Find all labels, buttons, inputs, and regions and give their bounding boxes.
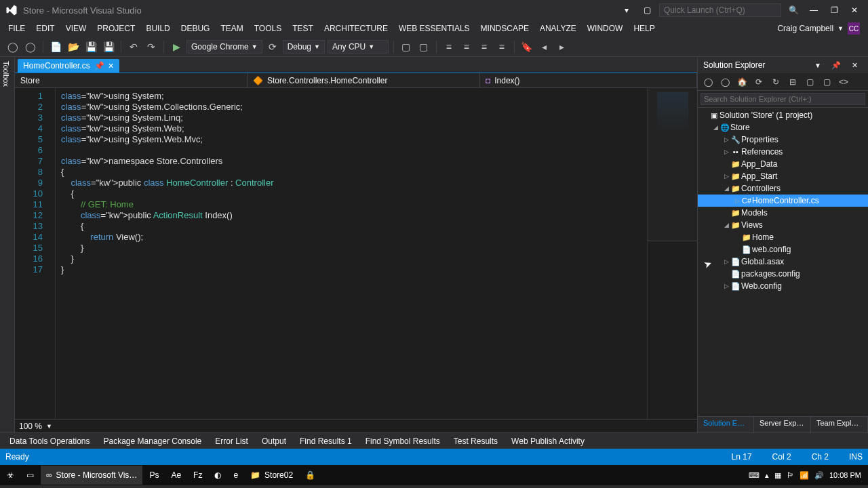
bottom-tab-test-results[interactable]: Test Results [447, 434, 505, 448]
platform-combo[interactable]: Any CPU▼ [328, 40, 389, 54]
system-tray[interactable]: ⌨ ▴ ▦ 🏳 📶 🔊 10:08 PM [749, 471, 867, 480]
tb-icon-2[interactable]: ▢ [416, 39, 431, 54]
menu-architecture[interactable]: ARCHITECTURE [319, 21, 393, 36]
menu-window[interactable]: WINDOW [582, 21, 629, 36]
config-combo[interactable]: Debug▼ [283, 40, 325, 54]
menu-help[interactable]: HELP [628, 21, 660, 36]
close-tab-icon[interactable]: ✕ [108, 62, 114, 70]
tray-up-icon[interactable]: ▴ [765, 471, 769, 480]
nav-fwd-button[interactable]: ◯ [23, 39, 38, 54]
tree-models[interactable]: 📁Models [698, 207, 868, 219]
menu-test[interactable]: TEST [287, 21, 319, 36]
panel-pin-icon[interactable]: 📌 [828, 58, 844, 72]
tree-web-config[interactable]: ▷📄Web.config [698, 280, 868, 292]
tree-solution-store-1-project-[interactable]: ▣Solution 'Store' (1 project) [698, 109, 868, 121]
collapse-icon[interactable]: ⊟ [785, 75, 800, 89]
menu-edit[interactable]: EDIT [31, 21, 60, 36]
notification-icon[interactable]: ▾ [618, 3, 635, 17]
menu-view[interactable]: VIEW [60, 21, 92, 36]
tree-homecontroller-cs[interactable]: ▷C#HomeController.cs [698, 195, 868, 207]
bottom-tab-web-publish-activity[interactable]: Web Publish Activity [505, 434, 591, 448]
nav-member-combo[interactable]: ◘Index() [480, 73, 697, 87]
tree-app_data[interactable]: 📁App_Data [698, 158, 868, 170]
tab-homecontroller[interactable]: HomeController.cs 📌 ✕ [18, 59, 119, 73]
tree-home[interactable]: 📁Home [698, 231, 868, 243]
start-button[interactable]: ▶ [169, 39, 184, 54]
outdent-button[interactable]: ≡ [441, 39, 456, 54]
sync-icon[interactable]: ⟳ [751, 75, 766, 89]
panel-tab-0[interactable]: Solution Ex… [698, 417, 754, 432]
menu-tools[interactable]: TOOLS [249, 21, 287, 36]
uncomment-button[interactable]: ≡ [494, 39, 509, 54]
save-button[interactable]: 💾 [83, 39, 98, 54]
tree-store[interactable]: ◢🌐Store [698, 121, 868, 134]
quick-launch-input[interactable] [659, 3, 781, 17]
menu-project[interactable]: PROJECT [92, 21, 140, 36]
menu-debug[interactable]: DEBUG [176, 21, 216, 36]
save-all-button[interactable]: 💾 [101, 39, 116, 54]
task-ae[interactable]: Ae [165, 466, 186, 485]
nav-class-combo[interactable]: 🔶Store.Controllers.HomeController [248, 73, 480, 87]
tree-properties[interactable]: ▷🔧Properties [698, 134, 868, 146]
undo-button[interactable]: ↶ [126, 39, 141, 54]
bottom-tab-error-list[interactable]: Error List [208, 434, 255, 448]
bottom-tab-package-manager-console[interactable]: Package Manager Console [97, 434, 209, 448]
task--[interactable]: 🔒 [300, 466, 321, 485]
tree-app_start[interactable]: ▷📁App_Start [698, 170, 868, 182]
toolbox-strip[interactable]: Toolbox [0, 57, 15, 432]
panel-tab-2[interactable]: Team Explo… [811, 417, 868, 432]
task--[interactable]: ◐ [209, 466, 226, 485]
menu-web essentials[interactable]: WEB ESSENTIALS [393, 21, 475, 36]
menu-build[interactable]: BUILD [140, 21, 175, 36]
task--[interactable]: ☣ [1, 466, 20, 485]
tree-views[interactable]: ◢📁Views [698, 219, 868, 231]
panel-menu-icon[interactable]: ▼ [810, 58, 826, 72]
prev-bookmark-button[interactable]: ◂ [537, 39, 552, 54]
tree-references[interactable]: ▷▪▪References [698, 146, 868, 158]
refresh-icon[interactable]: ↻ [768, 75, 783, 89]
bookmark-button[interactable]: 🔖 [519, 39, 534, 54]
home-icon[interactable]: 🏠 [734, 75, 749, 89]
next-bookmark-button[interactable]: ▸ [555, 39, 570, 54]
account-menu[interactable]: Craig Campbell ▼ CC [772, 20, 865, 37]
task-fz[interactable]: Fz [188, 466, 208, 485]
code-editor[interactable]: class="kw">using System;class="kw">using… [56, 88, 647, 419]
refresh-button[interactable]: ⟳ [265, 39, 280, 54]
nav-project-combo[interactable]: Store [15, 73, 248, 87]
zoom-combo[interactable]: 100 %▼ [15, 419, 697, 432]
feedback-icon[interactable]: ▢ [639, 3, 655, 17]
tree-web-config[interactable]: 📄web.config [698, 243, 868, 256]
task--[interactable]: ▭ [21, 466, 39, 485]
bottom-tab-output[interactable]: Output [255, 434, 293, 448]
search-icon[interactable]: 🔍 [785, 3, 802, 17]
bottom-tab-find-results-1[interactable]: Find Results 1 [293, 434, 359, 448]
pin-icon[interactable]: 📌 [94, 61, 104, 70]
minimize-button[interactable]: — [806, 3, 822, 17]
solution-search-input[interactable] [701, 93, 865, 105]
flag-icon[interactable]: 🏳 [787, 471, 794, 479]
solution-tree[interactable]: ▣Solution 'Store' (1 project)◢🌐Store▷🔧Pr… [698, 108, 868, 416]
close-button[interactable]: ✕ [846, 3, 863, 17]
tree-global-asax[interactable]: ▷📄Global.asax [698, 256, 868, 268]
scroll-map[interactable] [647, 88, 697, 419]
new-project-button[interactable]: 📄 [48, 39, 63, 54]
tree-controllers[interactable]: ◢📁Controllers [698, 182, 868, 195]
nav-back-button[interactable]: ◯ [5, 39, 20, 54]
network-icon[interactable]: 📶 [800, 471, 809, 480]
menu-mindscape[interactable]: MINDSCAPE [475, 21, 534, 36]
volume-icon[interactable]: 🔊 [814, 471, 824, 480]
panel-close-icon[interactable]: ✕ [846, 58, 863, 72]
tree-packages-config[interactable]: 📄packages.config [698, 268, 868, 280]
comment-button[interactable]: ≡ [477, 39, 492, 54]
fwd-icon[interactable]: ◯ [717, 75, 732, 89]
show-all-icon[interactable]: ▢ [802, 75, 817, 89]
code-icon[interactable]: <> [836, 75, 851, 89]
tb-icon-1[interactable]: ▢ [399, 39, 414, 54]
task-e[interactable]: e [228, 466, 243, 485]
menu-team[interactable]: TEAM [215, 21, 248, 36]
clock[interactable]: 10:08 PM [829, 471, 861, 479]
browser-combo[interactable]: Google Chrome▼ [186, 40, 262, 54]
maximize-button[interactable]: ❐ [826, 3, 842, 17]
properties-icon[interactable]: ▢ [819, 75, 834, 89]
menu-file[interactable]: FILE [3, 21, 31, 36]
